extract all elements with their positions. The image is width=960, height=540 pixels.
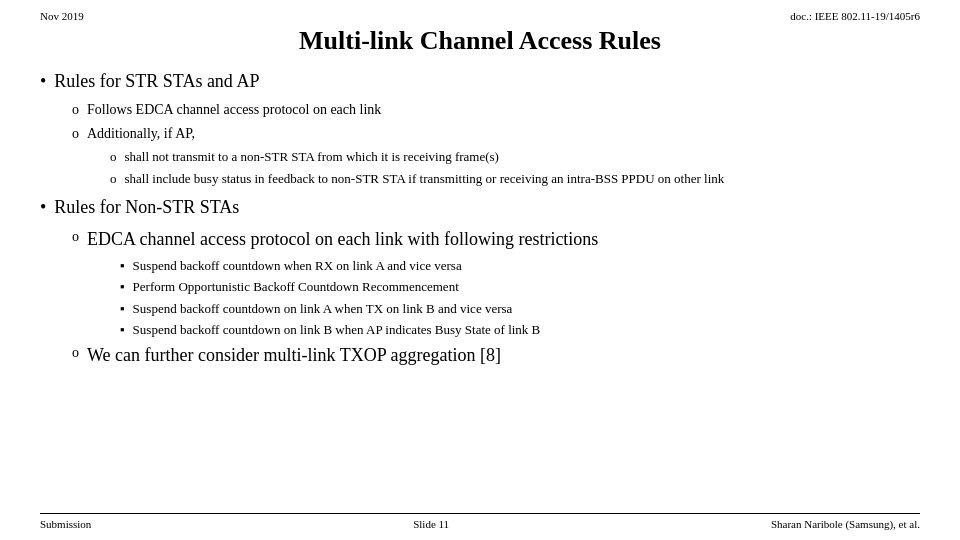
footer-left: Submission [40, 518, 91, 530]
header-doc: doc.: IEEE 802.11-19/1405r6 [790, 10, 920, 22]
bullet-l4-sq: ▪ [120, 256, 125, 276]
bullet-l2-s1-0: oFollows EDCA channel access protocol on… [72, 99, 920, 120]
bullet-l2-text: Follows EDCA channel access protocol on … [87, 99, 381, 120]
bullet-l2-s1-1: oAdditionally, if AP, [72, 123, 920, 144]
bullet-l2-s2-0: oEDCA channel access protocol on each li… [72, 226, 920, 253]
bullet-l4-sq: ▪ [120, 299, 125, 319]
footer: Submission Slide 11 Sharan Naribole (Sam… [40, 513, 920, 530]
bullet-l3-text: shall include busy status in feedback to… [125, 169, 725, 189]
bullet-l2-text: EDCA channel access protocol on each lin… [87, 226, 598, 253]
bullet-l2-dot: o [72, 226, 79, 247]
slide: Nov 2019 doc.: IEEE 802.11-19/1405r6 Mul… [0, 0, 960, 540]
bullet-l3-dot: o [110, 147, 117, 167]
bullet-l3-dot: o [110, 169, 117, 189]
bullet-l1-text: Rules for Non-STR STAs [54, 196, 239, 219]
bullet-l4-sq: ▪ [120, 320, 125, 340]
bullet-l4-s2-0-2: ▪Suspend backoff countdown on link A whe… [120, 299, 920, 319]
footer-center: Slide 11 [413, 518, 449, 530]
bullet-l2-dot: o [72, 342, 79, 363]
bullet-l4-sq: ▪ [120, 277, 125, 297]
bullet-l3-text: shall not transmit to a non-STR STA from… [125, 147, 499, 167]
header-date: Nov 2019 [40, 10, 84, 22]
bullet-l1-dot: • [40, 196, 46, 219]
bullet-l1-dot: • [40, 70, 46, 93]
bullet-l4-text: Suspend backoff countdown on link A when… [133, 299, 513, 319]
bullet-l4-text: Suspend backoff countdown on link B when… [133, 320, 541, 340]
bullet-l1-text: Rules for STR STAs and AP [54, 70, 259, 93]
bullet-l2-dot: o [72, 123, 79, 144]
bullet-l4-s2-0-1: ▪Perform Opportunistic Backoff Countdown… [120, 277, 920, 297]
bullet-l4-text: Suspend backoff countdown when RX on lin… [133, 256, 462, 276]
bullet-l1-s2: •Rules for Non-STR STAs [40, 196, 920, 219]
footer-right: Sharan Naribole (Samsung), et al. [771, 518, 920, 530]
header: Nov 2019 doc.: IEEE 802.11-19/1405r6 [40, 10, 920, 22]
bullet-l4-s2-0-0: ▪Suspend backoff countdown when RX on li… [120, 256, 920, 276]
bullet-l1-s1: •Rules for STR STAs and AP [40, 70, 920, 93]
slide-title: Multi-link Channel Access Rules [40, 26, 920, 56]
bullet-l2-text: Additionally, if AP, [87, 123, 195, 144]
bullet-l2-dot: o [72, 99, 79, 120]
bullet-l2-text: We can further consider multi-link TXOP … [87, 342, 501, 369]
bullet-l2-s2-1: oWe can further consider multi-link TXOP… [72, 342, 920, 369]
content: •Rules for STR STAs and APoFollows EDCA … [40, 70, 920, 513]
bullet-l3-s1-1-0: oshall not transmit to a non-STR STA fro… [110, 147, 920, 167]
bullet-l4-text: Perform Opportunistic Backoff Countdown … [133, 277, 459, 297]
bullet-l3-s1-1-1: oshall include busy status in feedback t… [110, 169, 920, 189]
bullet-l4-s2-0-3: ▪Suspend backoff countdown on link B whe… [120, 320, 920, 340]
